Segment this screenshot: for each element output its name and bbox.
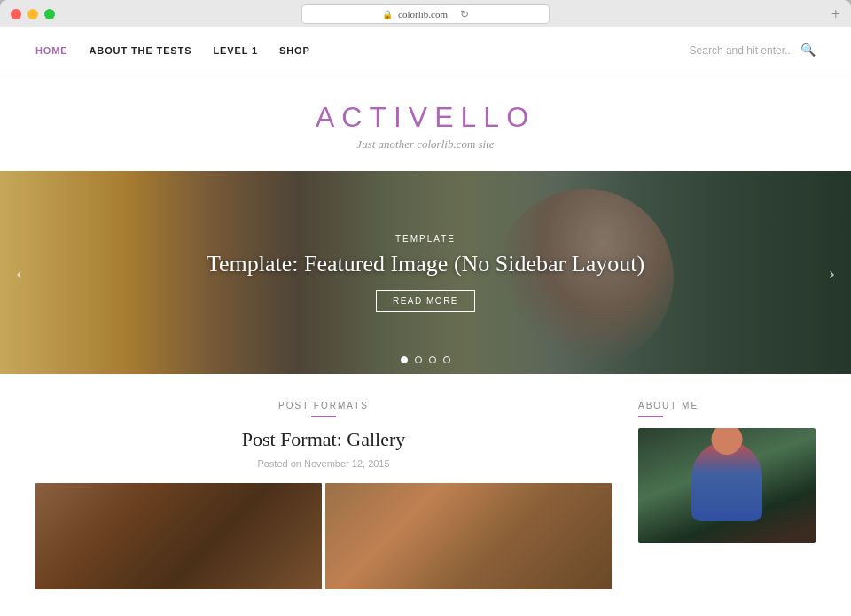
post-gallery-image-2[interactable] (325, 483, 612, 589)
nav-about-tests[interactable]: ABOUT THE TESTS (90, 45, 192, 56)
site-tagline: Just another colorlib.com site (0, 137, 851, 152)
sidebar-person-body (691, 441, 762, 521)
post-title: Post Format: Gallery (35, 428, 612, 451)
sidebar-person-head (712, 428, 743, 455)
slider-dot-1[interactable] (401, 356, 408, 363)
nav-level1[interactable]: LEVEL 1 (213, 45, 258, 56)
browser-content: HOME ABOUT THE TESTS LEVEL 1 SHOP Search… (0, 27, 851, 616)
main-content: POST FORMATS Post Format: Gallery Posted… (0, 374, 851, 616)
hero-category-label: TEMPLATE (395, 234, 456, 244)
post-category-label: POST FORMATS (35, 401, 612, 410)
maximize-button[interactable] (44, 9, 55, 19)
post-gallery-images (35, 483, 612, 589)
search-icon[interactable]: 🔍 (800, 43, 816, 58)
slider-dots (401, 356, 450, 363)
traffic-lights (11, 9, 55, 19)
hero-read-more-button[interactable]: READ MORE (376, 290, 475, 312)
hero-slider: TEMPLATE Template: Featured Image (No Si… (0, 171, 851, 374)
lock-icon: 🔒 (382, 10, 393, 19)
sidebar: ABOUT ME (638, 401, 816, 589)
post-category-underline (311, 416, 336, 417)
slider-prev-button[interactable]: ‹ (9, 254, 29, 292)
close-button[interactable] (11, 9, 21, 19)
sidebar-underline (638, 416, 663, 417)
sidebar-about-photo[interactable] (638, 428, 816, 543)
hero-overlay: TEMPLATE Template: Featured Image (No Si… (0, 171, 851, 374)
slider-dot-4[interactable] (443, 356, 450, 363)
site-navigation: HOME ABOUT THE TESTS LEVEL 1 SHOP Search… (0, 27, 851, 74)
posts-section: POST FORMATS Post Format: Gallery Posted… (35, 401, 612, 589)
site-title: ACTIVELLO (0, 101, 851, 134)
hero-title: Template: Featured Image (No Sidebar Lay… (207, 251, 644, 277)
slider-next-button[interactable]: › (822, 254, 842, 292)
title-bar: 🔒 colorlib.com ↻ + (0, 9, 851, 27)
slider-dot-3[interactable] (429, 356, 436, 363)
reload-icon[interactable]: ↻ (460, 8, 469, 21)
nav-shop[interactable]: SHOP (279, 45, 310, 56)
search-bar: Search and hit enter... 🔍 (690, 43, 816, 58)
address-bar[interactable]: 🔒 colorlib.com ↻ (301, 4, 550, 24)
search-placeholder-text: Search and hit enter... (690, 44, 793, 57)
slider-dot-2[interactable] (415, 356, 422, 363)
browser-window: 🔒 colorlib.com ↻ + HOME ABOUT THE TESTS … (0, 0, 851, 616)
nav-home[interactable]: HOME (35, 45, 68, 56)
post-gallery-image-1[interactable] (35, 483, 322, 589)
nav-links: HOME ABOUT THE TESTS LEVEL 1 SHOP (35, 45, 310, 56)
site-header: ACTIVELLO Just another colorlib.com site (0, 74, 851, 171)
url-display: colorlib.com (398, 9, 448, 19)
new-tab-button[interactable]: + (831, 6, 840, 22)
minimize-button[interactable] (27, 9, 38, 19)
sidebar-widget-title: ABOUT ME (638, 401, 816, 410)
post-meta: Posted on November 12, 2015 (35, 458, 612, 469)
